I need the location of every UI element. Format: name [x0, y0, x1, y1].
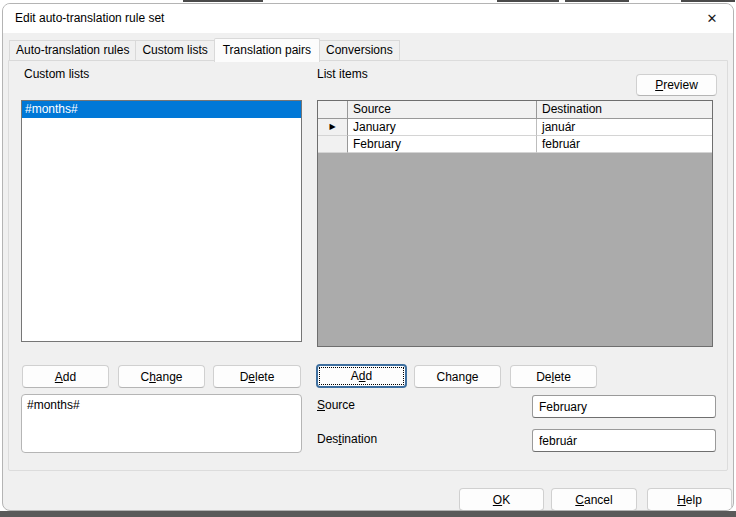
row-selector-cell[interactable] [318, 136, 348, 153]
tab-auto-translation-rules[interactable]: Auto-translation rules [9, 40, 136, 61]
close-button[interactable]: ✕ [696, 5, 728, 32]
source-input[interactable] [532, 395, 716, 418]
background-artifact [497, 0, 559, 2]
grid-row-february[interactable]: February február [318, 136, 712, 153]
grid-corner-cell[interactable] [318, 101, 348, 119]
list-name-input[interactable]: #months# [21, 394, 302, 453]
current-row-icon: ▶ [329, 123, 335, 131]
add-pair-button[interactable]: Add [316, 364, 407, 388]
grid-column-header-source[interactable]: Source [348, 101, 537, 119]
delete-list-button[interactable]: Delete [213, 365, 301, 388]
background-artifact [681, 0, 735, 2]
tab-bar: Auto-translation rules Custom lists Tran… [9, 37, 400, 61]
cell-destination[interactable]: január [537, 119, 712, 136]
close-icon: ✕ [707, 11, 718, 26]
grid-column-header-destination[interactable]: Destination [537, 101, 712, 119]
grid-row-january[interactable]: ▶ January január [318, 119, 712, 136]
cancel-button[interactable]: Cancel [551, 488, 637, 511]
destination-input[interactable] [532, 429, 716, 452]
source-label: Source [317, 398, 355, 412]
background-artifact [183, 0, 263, 2]
edit-auto-translation-rule-set-dialog: Edit auto-translation rule set ✕ Auto-tr… [2, 3, 734, 511]
add-list-button[interactable]: Add [22, 365, 109, 388]
cell-source[interactable]: January [348, 119, 537, 136]
background-window-strip [0, 511, 736, 517]
tab-custom-lists[interactable]: Custom lists [135, 40, 214, 61]
grid-header-row: Source Destination [318, 101, 712, 119]
list-items-label: List items [317, 67, 368, 81]
change-pair-button[interactable]: Change [414, 365, 501, 388]
custom-lists-listbox[interactable]: #months# [21, 100, 302, 342]
row-selector-cell[interactable]: ▶ [318, 119, 348, 136]
dialog-title: Edit auto-translation rule set [15, 11, 164, 25]
background-artifact [565, 0, 629, 2]
ok-button[interactable]: OK [459, 488, 544, 511]
tab-translation-pairs[interactable]: Translation pairs [214, 38, 320, 62]
destination-label: Destination [317, 432, 377, 446]
cell-destination[interactable]: február [537, 136, 712, 153]
screen: Edit auto-translation rule set ✕ Auto-tr… [0, 0, 736, 517]
change-list-button[interactable]: Change [118, 365, 205, 388]
translation-pairs-grid[interactable]: Source Destination ▶ January január Febr… [317, 100, 713, 347]
custom-lists-label: Custom lists [24, 67, 89, 81]
tab-conversions[interactable]: Conversions [319, 40, 400, 61]
delete-pair-button[interactable]: Delete [510, 365, 597, 388]
preview-button[interactable]: Preview [636, 74, 717, 96]
help-button[interactable]: Help [647, 488, 732, 511]
cell-source[interactable]: February [348, 136, 537, 153]
grid-empty-area [318, 153, 712, 346]
list-item-months[interactable]: #months# [22, 101, 301, 118]
title-bar: Edit auto-translation rule set ✕ [3, 4, 733, 33]
